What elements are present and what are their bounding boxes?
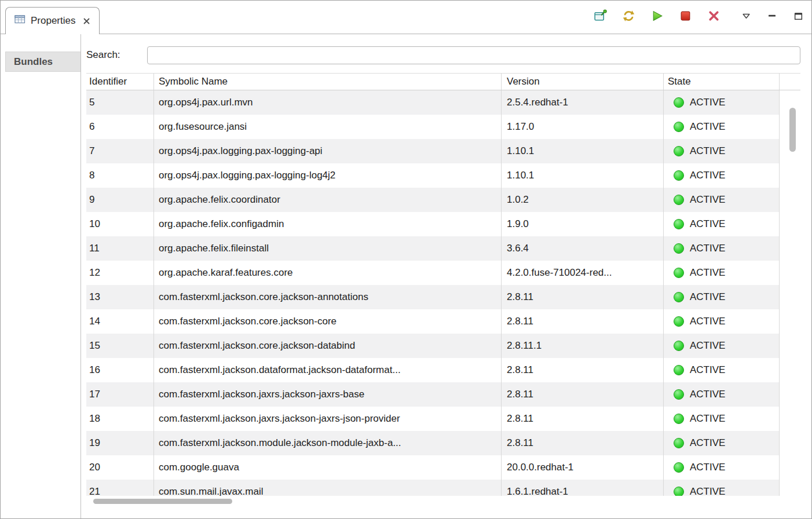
cell-state: ACTIVE — [664, 455, 780, 480]
cell-symbolic-name: org.apache.felix.coordinator — [154, 188, 502, 212]
vertical-scrollbar-thumb[interactable] — [789, 108, 796, 152]
table-row[interactable]: 19com.fasterxml.jackson.module.jackson-m… — [86, 431, 800, 455]
cell-version: 1.6.1.redhat-1 — [502, 480, 664, 496]
cell-symbolic-name: org.ops4j.pax.logging.pax-logging-api — [154, 139, 502, 163]
state-label: ACTIVE — [690, 285, 725, 309]
cell-version: 2.8.11 — [502, 431, 664, 455]
cell-filler — [780, 455, 800, 480]
cell-version: 4.2.0.fuse-710024-red... — [502, 261, 664, 285]
table-row[interactable]: 6org.fusesource.jansi1.17.0ACTIVE — [86, 115, 800, 139]
cell-symbolic-name: org.apache.felix.fileinstall — [154, 236, 502, 261]
cell-state: ACTIVE — [664, 163, 780, 188]
cell-version: 2.8.11.1 — [502, 334, 664, 358]
table-row[interactable]: 13com.fasterxml.jackson.core.jackson-ann… — [86, 285, 800, 309]
cell-identifier: 9 — [86, 188, 154, 212]
horizontal-scrollbar[interactable] — [86, 496, 800, 507]
open-new-icon[interactable] — [592, 8, 608, 23]
state-active-icon — [674, 268, 684, 278]
cell-state: ACTIVE — [664, 90, 780, 115]
state-label: ACTIVE — [690, 455, 725, 480]
refresh-icon[interactable] — [621, 8, 636, 23]
cell-state: ACTIVE — [664, 139, 780, 163]
bundles-table: Identifier Symbolic Name Version State 5… — [86, 73, 800, 496]
state-active-icon — [674, 341, 684, 351]
cell-symbolic-name: com.fasterxml.jackson.jaxrs.jackson-jaxr… — [154, 407, 502, 431]
column-header-symbolic-name[interactable]: Symbolic Name — [154, 74, 502, 90]
cell-identifier: 13 — [86, 285, 154, 309]
cell-filler — [780, 407, 800, 431]
table-row[interactable]: 11org.apache.felix.fileinstall3.6.4ACTIV… — [86, 236, 800, 261]
sidebar-item-bundles[interactable]: Bundles — [5, 52, 81, 72]
state-active-icon — [674, 146, 684, 156]
cell-version: 2.8.11 — [502, 358, 664, 382]
cell-identifier: 8 — [86, 163, 154, 188]
table-row[interactable]: 16com.fasterxml.jackson.dataformat.jacks… — [86, 358, 800, 382]
cell-symbolic-name: com.fasterxml.jackson.jaxrs.jackson-jaxr… — [154, 382, 502, 407]
state-label: ACTIVE — [690, 358, 725, 382]
column-header-filler — [780, 74, 800, 90]
cell-filler — [780, 382, 800, 407]
cell-identifier: 7 — [86, 139, 154, 163]
minimize-icon[interactable] — [767, 10, 777, 21]
view-menu-icon[interactable] — [741, 10, 751, 21]
cell-symbolic-name: com.fasterxml.jackson.dataformat.jackson… — [154, 358, 502, 382]
column-header-identifier[interactable]: Identifier — [86, 74, 154, 90]
cell-symbolic-name: org.fusesource.jansi — [154, 115, 502, 139]
table-row[interactable]: 18com.fasterxml.jackson.jaxrs.jackson-ja… — [86, 407, 800, 431]
cell-symbolic-name: com.google.guava — [154, 455, 502, 480]
column-header-state[interactable]: State — [664, 74, 780, 90]
cell-version: 2.8.11 — [502, 407, 664, 431]
cell-state: ACTIVE — [664, 285, 780, 309]
cell-identifier: 19 — [86, 431, 154, 455]
table-row[interactable]: 10org.apache.felix.configadmin1.9.0ACTIV… — [86, 212, 800, 236]
state-active-icon — [674, 316, 684, 327]
table-row[interactable]: 5org.ops4j.pax.url.mvn2.5.4.redhat-1ACTI… — [86, 90, 800, 115]
tab-properties[interactable]: Properties — [5, 7, 100, 34]
table-row[interactable]: 9org.apache.felix.coordinator1.0.2ACTIVE — [86, 188, 800, 212]
state-label: ACTIVE — [690, 334, 725, 358]
cell-symbolic-name: com.fasterxml.jackson.module.jackson-mod… — [154, 431, 502, 455]
table-row[interactable]: 17com.fasterxml.jackson.jaxrs.jackson-ja… — [86, 382, 800, 407]
state-active-icon — [674, 389, 684, 400]
table-body: 5org.ops4j.pax.url.mvn2.5.4.redhat-1ACTI… — [86, 90, 800, 496]
cell-version: 20.0.0.redhat-1 — [502, 455, 664, 480]
column-header-version[interactable]: Version — [502, 74, 664, 90]
delete-icon[interactable] — [706, 8, 721, 23]
horizontal-scrollbar-thumb[interactable] — [93, 499, 232, 504]
table-row[interactable]: 12org.apache.karaf.features.core4.2.0.fu… — [86, 261, 800, 285]
cell-version: 1.0.2 — [502, 188, 664, 212]
search-row: Search: — [86, 46, 800, 64]
cell-version: 1.17.0 — [502, 115, 664, 139]
cell-filler — [780, 285, 800, 309]
view-toolbar — [592, 8, 803, 23]
table-row[interactable]: 21com.sun.mail.javax.mail1.6.1.redhat-1A… — [86, 480, 800, 496]
cell-identifier: 20 — [86, 455, 154, 480]
table-row[interactable]: 15com.fasterxml.jackson.core.jackson-dat… — [86, 334, 800, 358]
cell-filler — [780, 236, 800, 261]
state-active-icon — [674, 438, 684, 448]
start-icon[interactable] — [649, 8, 664, 23]
cell-filler — [780, 358, 800, 382]
state-active-icon — [674, 243, 684, 254]
cell-filler — [780, 309, 800, 334]
table-row[interactable]: 8org.ops4j.pax.logging.pax-logging-log4j… — [86, 163, 800, 188]
search-input[interactable] — [147, 46, 800, 64]
state-active-icon — [674, 219, 684, 229]
tab-close-icon[interactable] — [83, 17, 90, 25]
cell-state: ACTIVE — [664, 261, 780, 285]
state-label: ACTIVE — [690, 407, 725, 431]
table-row[interactable]: 7org.ops4j.pax.logging.pax-logging-api1.… — [86, 139, 800, 163]
cell-identifier: 10 — [86, 212, 154, 236]
table-row[interactable]: 20com.google.guava20.0.0.redhat-1ACTIVE — [86, 455, 800, 480]
table-row[interactable]: 14com.fasterxml.jackson.core.jackson-cor… — [86, 309, 800, 334]
cell-version: 2.8.11 — [502, 285, 664, 309]
stop-icon[interactable] — [678, 8, 693, 23]
state-active-icon — [674, 487, 684, 496]
state-label: ACTIVE — [690, 212, 725, 236]
state-label: ACTIVE — [690, 236, 725, 261]
cell-version: 2.8.11 — [502, 309, 664, 334]
cell-filler — [780, 261, 800, 285]
cell-filler — [780, 212, 800, 236]
maximize-icon[interactable] — [793, 10, 803, 21]
state-label: ACTIVE — [690, 163, 725, 188]
